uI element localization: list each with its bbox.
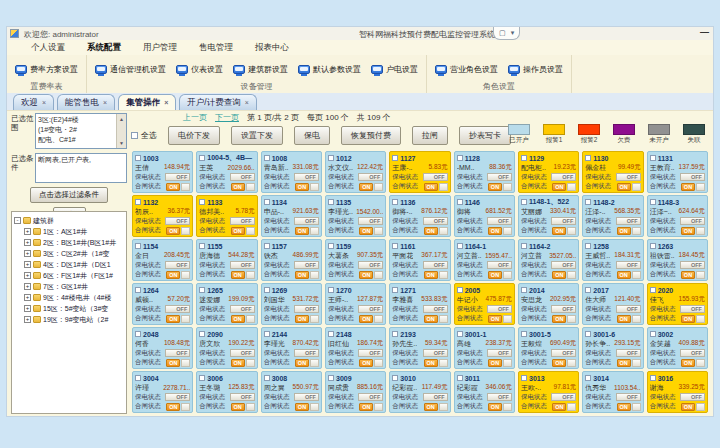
power-keep-off-button[interactable]: OFF: [423, 217, 448, 225]
power-keep-off-button[interactable]: OFF: [358, 305, 383, 313]
switch-on-button[interactable]: ON: [231, 271, 245, 279]
switch-on-button[interactable]: ON: [552, 271, 566, 279]
card-checkbox[interactable]: [264, 375, 270, 381]
card-checkbox[interactable]: [199, 375, 205, 381]
card-checkbox[interactable]: [585, 155, 591, 161]
card-checkbox[interactable]: [264, 243, 270, 249]
power-keep-off-button[interactable]: OFF: [423, 261, 448, 269]
card-checkbox[interactable]: [585, 243, 591, 249]
switch-on-button[interactable]: ON: [359, 183, 373, 191]
power-keep-off-button[interactable]: OFF: [680, 217, 705, 225]
switch-on-button[interactable]: ON: [552, 183, 566, 191]
switch-on-button[interactable]: ON: [359, 227, 373, 235]
switch-on-button[interactable]: ON: [166, 183, 180, 191]
power-keep-off-button[interactable]: OFF: [294, 349, 319, 357]
card-checkbox[interactable]: [199, 287, 205, 293]
switch-on-button[interactable]: ON: [681, 271, 695, 279]
power-keep-off-button[interactable]: OFF: [487, 261, 512, 269]
power-keep-off-button[interactable]: OFF: [230, 217, 255, 225]
document-tab[interactable]: 开户/计费查询×: [179, 94, 256, 110]
switch-on-button[interactable]: ON: [424, 227, 438, 235]
power-keep-off-button[interactable]: OFF: [680, 349, 705, 357]
switch-on-button[interactable]: ON: [166, 271, 180, 279]
power-keep-off-button[interactable]: OFF: [616, 261, 641, 269]
switch-on-button[interactable]: ON: [166, 359, 180, 367]
card-checkbox[interactable]: [521, 331, 527, 337]
switch-on-button[interactable]: ON: [295, 315, 309, 323]
switch-on-button[interactable]: ON: [359, 271, 373, 279]
switch-on-button[interactable]: ON: [295, 403, 309, 411]
expand-box-icon[interactable]: +: [24, 283, 31, 290]
switch-on-button[interactable]: ON: [488, 403, 502, 411]
switch-on-button[interactable]: ON: [424, 403, 438, 411]
switch-on-button[interactable]: ON: [617, 271, 631, 279]
power-keep-off-button[interactable]: OFF: [165, 349, 190, 357]
card-checkbox[interactable]: [264, 287, 270, 293]
power-keep-off-button[interactable]: OFF: [423, 305, 448, 313]
power-keep-off-button[interactable]: OFF: [230, 173, 255, 181]
ribbon-button[interactable]: 建筑群设置: [233, 64, 288, 75]
switch-on-button[interactable]: ON: [617, 183, 631, 191]
ribbon-button[interactable]: 操作员设置: [508, 64, 563, 75]
power-keep-off-button[interactable]: OFF: [487, 217, 512, 225]
collapse-box-icon[interactable]: -: [14, 217, 21, 224]
switch-on-button[interactable]: ON: [166, 403, 180, 411]
power-keep-off-button[interactable]: OFF: [358, 349, 383, 357]
power-keep-off-button[interactable]: OFF: [551, 217, 576, 225]
card-checkbox[interactable]: [585, 331, 591, 337]
switch-on-button[interactable]: ON: [617, 359, 631, 367]
tab-close-icon[interactable]: ×: [42, 99, 46, 106]
switch-on-button[interactable]: ON: [295, 227, 309, 235]
expand-box-icon[interactable]: +: [24, 294, 31, 301]
ribbon-button[interactable]: 仪表设置: [176, 64, 223, 75]
card-checkbox[interactable]: [392, 331, 398, 337]
power-keep-off-button[interactable]: OFF: [423, 393, 448, 401]
ribbon-button[interactable]: 户电设置: [371, 64, 418, 75]
power-keep-off-button[interactable]: OFF: [551, 173, 576, 181]
switch-on-button[interactable]: ON: [488, 359, 502, 367]
card-checkbox[interactable]: [199, 155, 205, 161]
card-checkbox[interactable]: [135, 375, 141, 381]
document-tab[interactable]: 欢迎×: [13, 94, 54, 110]
card-checkbox[interactable]: [392, 375, 398, 381]
card-checkbox[interactable]: [135, 287, 141, 293]
tab-close-icon[interactable]: ×: [164, 99, 168, 106]
power-keep-off-button[interactable]: OFF: [423, 173, 448, 181]
card-checkbox[interactable]: [199, 243, 205, 249]
power-keep-off-button[interactable]: OFF: [487, 173, 512, 181]
card-checkbox[interactable]: [135, 199, 141, 205]
power-keep-off-button[interactable]: OFF: [551, 305, 576, 313]
menu-item[interactable]: 报表中心: [255, 42, 289, 54]
card-checkbox[interactable]: [650, 155, 656, 161]
card-checkbox[interactable]: [328, 375, 334, 381]
switch-on-button[interactable]: ON: [359, 403, 373, 411]
switch-on-button[interactable]: ON: [231, 183, 245, 191]
card-checkbox[interactable]: [328, 243, 334, 249]
switch-on-button[interactable]: ON: [552, 227, 566, 235]
select-all-checkbox[interactable]: [131, 132, 138, 139]
card-checkbox[interactable]: [135, 331, 141, 337]
power-keep-off-button[interactable]: OFF: [358, 393, 383, 401]
power-keep-off-button[interactable]: OFF: [230, 393, 255, 401]
card-checkbox[interactable]: [650, 243, 656, 249]
power-keep-off-button[interactable]: OFF: [680, 393, 705, 401]
ribbon-button[interactable]: 费率方案设置: [15, 64, 78, 75]
switch-on-button[interactable]: ON: [424, 271, 438, 279]
card-checkbox[interactable]: [328, 155, 334, 161]
switch-on-button[interactable]: ON: [295, 271, 309, 279]
ribbon-button[interactable]: 营业角色设置: [435, 64, 498, 75]
switch-on-button[interactable]: ON: [295, 359, 309, 367]
card-checkbox[interactable]: [521, 199, 527, 205]
power-keep-off-button[interactable]: OFF: [230, 349, 255, 357]
switch-on-button[interactable]: ON: [681, 227, 695, 235]
card-checkbox[interactable]: [328, 287, 334, 293]
power-keep-off-button[interactable]: OFF: [165, 261, 190, 269]
next-page-link[interactable]: 下一页: [215, 112, 239, 123]
tab-close-icon[interactable]: ×: [103, 99, 107, 106]
power-keep-off-button[interactable]: OFF: [551, 349, 576, 357]
power-keep-off-button[interactable]: OFF: [551, 261, 576, 269]
window-controls[interactable]: ▢ ▾: [493, 27, 520, 40]
card-checkbox[interactable]: [135, 243, 141, 249]
document-tab[interactable]: 能管售电×: [57, 94, 115, 110]
power-keep-off-button[interactable]: OFF: [165, 393, 190, 401]
